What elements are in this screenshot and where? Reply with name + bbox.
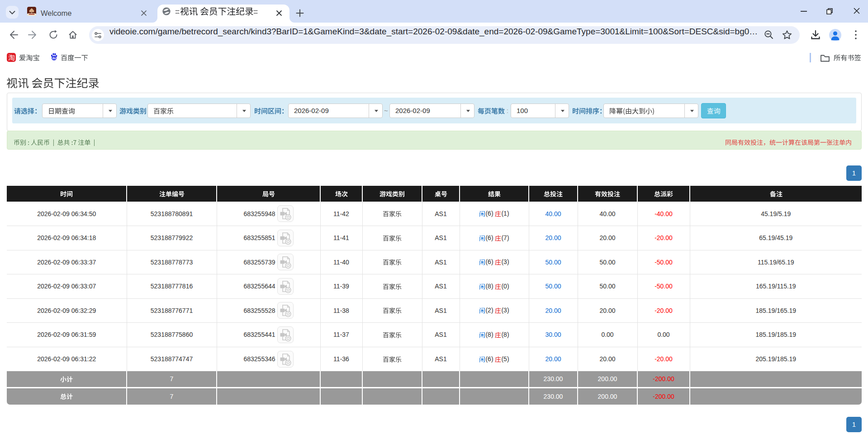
svg-text:du: du	[52, 57, 56, 60]
